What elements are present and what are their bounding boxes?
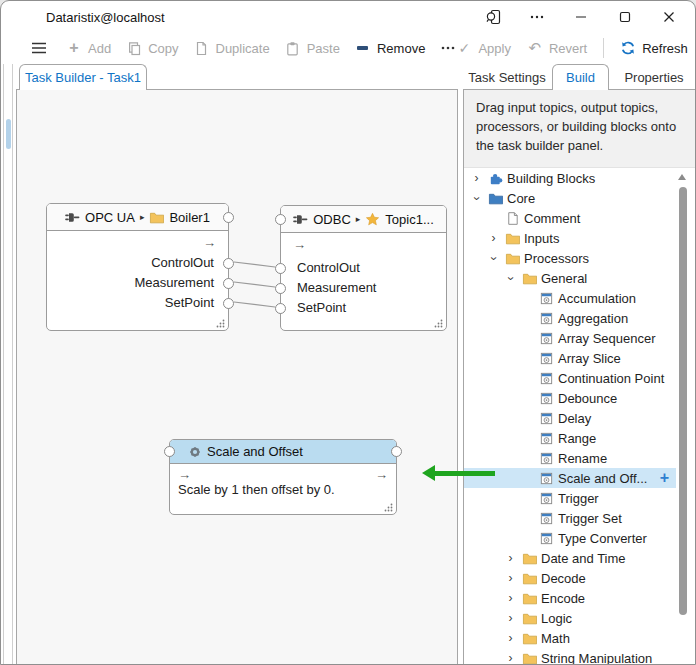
maximize-button[interactable] [603,1,647,33]
header-port-connector[interactable] [223,212,234,223]
node-header[interactable]: OPC UA ▸ Boiler1 [47,204,228,231]
chevron-collapsed-icon[interactable]: › [504,592,517,605]
processor-icon [538,430,554,446]
flow-arrow-icon: → [375,467,388,482]
chevron-collapsed-icon[interactable]: › [504,552,517,565]
toolbar-button-add[interactable]: +Add [66,40,111,56]
port-connector-measurement[interactable] [223,278,234,289]
chevron-collapsed-icon[interactable]: › [504,652,517,665]
tab-task-builder[interactable]: Task Builder - Task1 [19,64,147,90]
folder-icon [504,250,520,266]
tree-item-delay[interactable]: Delay [464,408,676,428]
processor-icon [538,350,554,366]
tree-item-range[interactable]: Range [464,428,676,448]
chevron-collapsed-icon[interactable]: › [470,172,483,185]
chevron-expanded-icon[interactable]: › [504,272,517,285]
resize-grip[interactable] [216,319,225,328]
node-opcua-boiler1[interactable]: OPC UA ▸ Boiler1 → ControlOutMeasurement… [46,203,229,331]
app-window: Dataristix@localhost +AddCopyDuplicatePa… [0,0,696,665]
tree-item-processors[interactable]: ›Processors [464,248,676,268]
port-connector[interactable] [391,446,402,457]
chevron-collapsed-icon[interactable]: › [487,232,500,245]
node-scale-and-offset[interactable]: Scale and Offset → → Scale by 1 then off… [169,439,397,515]
menu-button[interactable] [31,41,47,55]
tree-item-scale-and-off[interactable]: Scale and Off...+ [464,468,676,488]
tree-item-debounce[interactable]: Debounce [464,388,676,408]
tree-item-inputs[interactable]: ›Inputs [464,228,676,248]
port-connector-setpoint[interactable] [275,303,286,314]
tree-item-math[interactable]: ›Math [464,628,676,648]
port-connector-controlout[interactable] [275,263,286,274]
node-header[interactable]: Scale and Offset [170,440,396,464]
plus-icon: + [66,40,82,56]
toolbar-button-more[interactable] [440,40,456,56]
scrollbar-thumb[interactable] [679,187,687,615]
tree-item-continuation-point[interactable]: Continuation Point [464,368,676,388]
tree-item-array-sequencer[interactable]: Array Sequencer [464,328,676,348]
toolbar-button-revert[interactable]: ↶Revert [527,40,587,56]
tree-scrollbar[interactable] [678,174,687,665]
port-connector-setpoint[interactable] [223,298,234,309]
star-icon [365,212,380,227]
tree-item-logic[interactable]: ›Logic [464,608,676,628]
tree-item-string-manipulation[interactable]: ›String Manipulation [464,648,676,665]
resize-grip[interactable] [384,503,393,512]
refresh-icon [620,40,636,56]
chevron-collapsed-icon[interactable]: › [504,632,517,645]
chevron-collapsed-icon[interactable]: › [504,612,517,625]
tab-label: Build [566,70,595,85]
scrollbar-thumb[interactable] [6,119,11,149]
task-builder-canvas[interactable]: OPC UA ▸ Boiler1 → ControlOutMeasurement… [16,89,458,665]
tree-item-encode[interactable]: ›Encode [464,588,676,608]
tree-item-rename[interactable]: Rename [464,448,676,468]
tree-item-accumulation[interactable]: Accumulation [464,288,676,308]
minimize-button[interactable] [559,1,603,33]
tab-build[interactable]: Build [552,64,609,90]
toolbar-button-duplicate[interactable]: Duplicate [194,40,270,56]
tree-item-type-converter[interactable]: Type Converter [464,528,676,548]
tree-item-trigger[interactable]: Trigger [464,488,676,508]
tree-item-building-blocks[interactable]: ›Building Blocks [464,168,676,188]
resize-grip[interactable] [434,319,443,328]
tree-item-aggregation[interactable]: Aggregation [464,308,676,328]
copy-icon [126,40,142,56]
node-header[interactable]: ODBC ▸ Topic1... [281,206,446,233]
node-name-label: Topic1... [385,212,433,227]
toolbar-button-copy[interactable]: Copy [126,40,178,56]
scroll-up-arrow-icon[interactable] [678,174,686,180]
tree-item-trigger-set[interactable]: Trigger Set [464,508,676,528]
titlebar-buttons [471,1,691,33]
close-button[interactable] [647,1,691,33]
node-odbc-topic1[interactable]: ODBC ▸ Topic1... → ControlOutMeasurement… [280,205,447,331]
toolbar-button-remove[interactable]: Remove [355,40,425,56]
titlebar-more-button[interactable] [515,1,559,33]
flow-arrow-icon: → [203,235,216,250]
tab-task-settings[interactable]: Task Settings [463,64,551,90]
port-connector-controlout[interactable] [223,258,234,269]
chevron-collapsed-icon[interactable]: › [504,572,517,585]
canvas-vertical-scrollbar[interactable] [3,64,13,664]
tree-item-decode[interactable]: ›Decode [464,568,676,588]
window-title: Dataristix@localhost [46,10,165,25]
puzzle-icon [487,170,503,186]
toolbar-button-refresh[interactable]: Refresh [620,40,688,56]
node-name-label: Boiler1 [169,210,209,225]
tree-item-array-slice[interactable]: Array Slice [464,348,676,368]
toolbar-button-apply[interactable]: ✓Apply [456,40,511,56]
tree-item-label: Encode [541,591,585,606]
port-connector[interactable] [164,446,175,457]
node-title-label: Scale and Offset [207,444,303,459]
port-label-setpoint: SetPoint [165,294,214,312]
chevron-expanded-icon[interactable]: › [470,192,483,205]
tree-item-comment[interactable]: Comment [464,208,676,228]
header-port-connector[interactable] [275,214,286,225]
toolbar-button-paste[interactable]: Paste [285,40,340,56]
tree-item-date-and-time[interactable]: ›Date and Time [464,548,676,568]
preview-search-button[interactable] [471,1,515,33]
port-connector-measurement[interactable] [275,283,286,294]
tab-properties[interactable]: Properties [612,64,696,90]
tree-item-general[interactable]: ›General [464,268,676,288]
add-to-canvas-button[interactable]: + [660,469,669,487]
tree-item-core[interactable]: ›Core [464,188,676,208]
chevron-expanded-icon[interactable]: › [487,252,500,265]
